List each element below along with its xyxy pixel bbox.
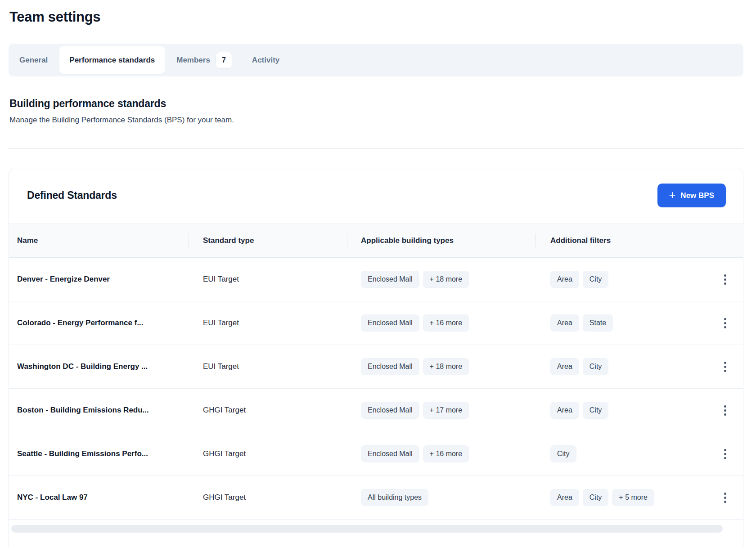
- plus-icon: +: [669, 189, 676, 201]
- kebab-menu-icon: [724, 405, 726, 408]
- actions-cell: [707, 402, 743, 419]
- additional-filters-cell: AreaCity: [535, 402, 707, 419]
- building-type-chip[interactable]: + 18 more: [423, 358, 469, 375]
- standard-name: NYC - Local Law 97: [9, 493, 189, 502]
- filter-chip: Area: [550, 402, 579, 419]
- building-types-cell: Enclosed Mall+ 18 more: [347, 358, 535, 375]
- tab-members[interactable]: Members 7: [168, 46, 240, 74]
- column-header-standard-type: Standard type: [189, 224, 347, 257]
- new-bps-button[interactable]: + New BPS: [657, 184, 726, 207]
- tab-members-label: Members: [176, 56, 210, 65]
- standard-name: Colorado - Energy Performance f...: [9, 318, 189, 327]
- table-row: Washington DC - Building Energy ...EUI T…: [9, 345, 743, 389]
- additional-filters-cell: AreaState: [535, 314, 707, 332]
- tab-general-label: General: [19, 56, 48, 65]
- tab-performance-standards[interactable]: Performance standards: [59, 46, 165, 74]
- standard-name: Boston - Building Emissions Redu...: [9, 406, 189, 415]
- section-divider: [9, 148, 743, 149]
- table-header-row: Name Standard type Applicable building t…: [9, 224, 743, 258]
- column-header-actions: [707, 224, 743, 257]
- tab-general[interactable]: General: [11, 46, 56, 74]
- additional-filters-cell: AreaCity: [535, 358, 707, 375]
- new-bps-button-label: New BPS: [680, 191, 714, 200]
- building-type-chip: Enclosed Mall: [361, 402, 419, 419]
- section-title: Building performance standards: [9, 98, 743, 110]
- filter-chip: Area: [550, 489, 579, 506]
- building-types-cell: All building types: [347, 489, 535, 506]
- building-types-cell: Enclosed Mall+ 17 more: [347, 402, 535, 419]
- table-row: NYC - Local Law 97GHGI TargetAll buildin…: [9, 476, 743, 520]
- row-menu-button[interactable]: [720, 445, 731, 463]
- kebab-menu-icon: [724, 493, 726, 495]
- filter-chip: Area: [550, 314, 579, 332]
- additional-filters-cell: AreaCity+ 5 more: [535, 489, 707, 506]
- building-type-chip[interactable]: + 17 more: [423, 402, 469, 419]
- filter-chip: City: [583, 489, 609, 506]
- team-settings-page: Team settings General Performance standa…: [0, 0, 756, 547]
- tab-bar: General Performance standards Members 7 …: [9, 44, 743, 76]
- actions-cell: [707, 489, 743, 507]
- building-type-chip: Enclosed Mall: [361, 271, 419, 288]
- actions-cell: [707, 358, 743, 376]
- row-menu-button[interactable]: [720, 489, 731, 507]
- row-menu-button[interactable]: [720, 314, 731, 332]
- filter-chip: Area: [550, 358, 579, 375]
- actions-cell: [707, 271, 743, 288]
- table-row: Boston - Building Emissions Redu...GHGI …: [9, 389, 743, 432]
- horizontal-scrollbar-thumb[interactable]: [11, 525, 723, 533]
- table-row: Denver - Energize DenverEUI TargetEnclos…: [9, 258, 743, 301]
- filter-chip: City: [583, 271, 609, 288]
- building-types-cell: Enclosed Mall+ 16 more: [347, 445, 535, 462]
- row-menu-button[interactable]: [720, 402, 731, 419]
- building-type-chip[interactable]: + 18 more: [423, 271, 469, 288]
- filter-chip[interactable]: + 5 more: [612, 489, 654, 506]
- column-header-additional-filters: Additional filters: [535, 224, 707, 257]
- tab-performance-standards-label: Performance standards: [69, 56, 155, 65]
- section-description: Manage the Building Performance Standard…: [9, 114, 743, 126]
- tab-activity-label: Activity: [252, 56, 279, 65]
- additional-filters-cell: AreaCity: [535, 271, 707, 288]
- standard-type: EUI Target: [189, 362, 347, 371]
- standard-name: Washington DC - Building Energy ...: [9, 362, 189, 371]
- standard-type: GHGI Target: [189, 493, 347, 502]
- building-type-chip: Enclosed Mall: [361, 445, 419, 462]
- table-body: Denver - Energize DenverEUI TargetEnclos…: [9, 258, 743, 520]
- building-types-cell: Enclosed Mall+ 16 more: [347, 314, 535, 332]
- building-type-chip: Enclosed Mall: [361, 358, 419, 375]
- building-type-chip[interactable]: + 16 more: [423, 445, 469, 462]
- additional-filters-cell: City: [535, 445, 707, 462]
- column-header-name: Name: [9, 224, 189, 257]
- building-type-chip: Enclosed Mall: [361, 314, 419, 332]
- standard-type: EUI Target: [189, 275, 347, 284]
- row-menu-button[interactable]: [720, 358, 731, 376]
- actions-cell: [707, 445, 743, 463]
- page-title: Team settings: [9, 7, 743, 27]
- standard-name: Denver - Energize Denver: [9, 275, 189, 284]
- filter-chip: City: [583, 358, 609, 375]
- table-row: Colorado - Energy Performance f...EUI Ta…: [9, 301, 743, 345]
- building-type-chip: All building types: [361, 489, 428, 506]
- table-row: Seattle - Building Emissions Perfo...GHG…: [9, 432, 743, 476]
- row-menu-button[interactable]: [720, 271, 731, 288]
- filter-chip: City: [583, 402, 609, 419]
- filter-chip: Area: [550, 271, 579, 288]
- standard-type: GHGI Target: [189, 449, 347, 458]
- kebab-menu-icon: [724, 449, 726, 451]
- defined-standards-card: Defined Standards + New BPS Name Standar…: [9, 169, 743, 547]
- tab-activity[interactable]: Activity: [244, 46, 288, 74]
- card-title: Defined Standards: [27, 189, 117, 202]
- standard-type: EUI Target: [189, 318, 347, 327]
- standard-type: GHGI Target: [189, 406, 347, 415]
- standard-name: Seattle - Building Emissions Perfo...: [9, 449, 189, 458]
- kebab-menu-icon: [724, 274, 726, 277]
- kebab-menu-icon: [724, 318, 726, 320]
- filter-chip: State: [583, 314, 613, 332]
- building-type-chip[interactable]: + 16 more: [423, 314, 469, 332]
- filter-chip: City: [550, 445, 576, 462]
- building-types-cell: Enclosed Mall+ 18 more: [347, 271, 535, 288]
- actions-cell: [707, 314, 743, 332]
- column-header-building-types: Applicable building types: [347, 224, 535, 257]
- card-header: Defined Standards + New BPS: [9, 169, 743, 224]
- members-count-badge: 7: [216, 52, 232, 69]
- kebab-menu-icon: [724, 362, 726, 364]
